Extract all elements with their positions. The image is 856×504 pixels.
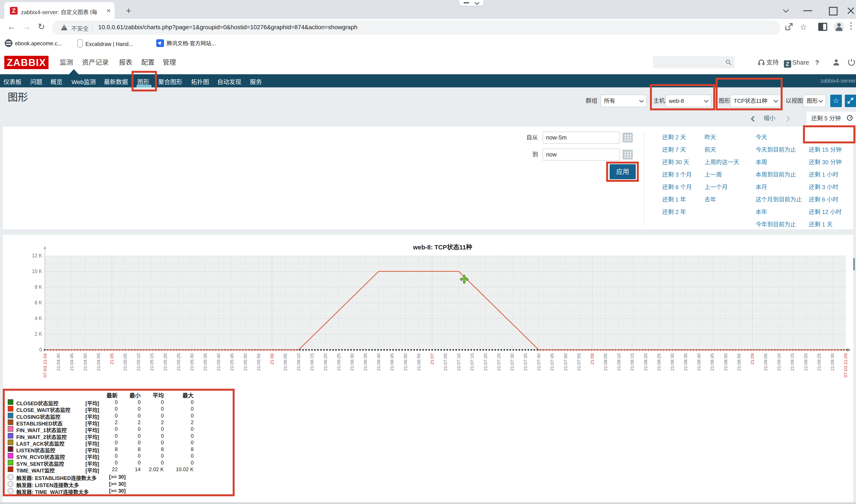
x-tick-label: 21:08:55: [736, 353, 742, 371]
url-field[interactable]: 不安全 10.0.0.61/zabbix/charts.php?page=1&g…: [52, 21, 781, 35]
menu-inventory[interactable]: 资产记录: [82, 58, 109, 67]
preset-link[interactable]: 还剩 30 天: [662, 156, 689, 168]
side-panel-icon[interactable]: [818, 23, 827, 31]
preset-link[interactable]: 昨天: [705, 131, 716, 143]
x-tick-label: 21:07:15: [469, 353, 475, 371]
bookmark-item[interactable]: ebook.apecome.c...: [5, 39, 62, 48]
preset-link[interactable]: 还剩 12 小时: [809, 206, 842, 218]
subnav-overview[interactable]: 概览: [50, 77, 63, 86]
tencent-docs-icon: [156, 39, 164, 47]
menu-administration[interactable]: 管理: [163, 58, 176, 67]
window-maximize-button[interactable]: [829, 7, 838, 16]
bookmark-item[interactable]: 腾讯文档-官方网站...: [156, 39, 216, 48]
fullscreen-button[interactable]: [845, 95, 856, 107]
preset-link[interactable]: 还剩 6 个月: [662, 181, 692, 193]
time-back-arrow[interactable]: [751, 116, 756, 122]
time-range-button[interactable]: 还剩 5 分钟: [806, 112, 856, 125]
x-tick-label: 21:04:40: [56, 353, 61, 371]
bookmark-star-icon[interactable]: ☆: [800, 22, 807, 32]
menu-configuration[interactable]: 配置: [141, 58, 155, 67]
preset-link[interactable]: 今天: [755, 131, 767, 143]
preset-link[interactable]: 还剩 7 天: [662, 144, 686, 156]
subnav-problems[interactable]: 问题: [30, 77, 42, 86]
preset-link[interactable]: 还剩 6 小时: [809, 194, 838, 205]
preset-link[interactable]: 本周到目前为止: [755, 169, 796, 181]
profile-avatar[interactable]: [834, 21, 844, 32]
from-input[interactable]: now-5m: [542, 131, 620, 144]
preset-link[interactable]: 上一周: [705, 169, 722, 181]
zoom-out-button[interactable]: 缩小: [764, 112, 775, 125]
preset-link[interactable]: 前天: [705, 144, 716, 156]
subnav-discovery[interactable]: 自动发现: [217, 77, 241, 86]
from-calendar-button[interactable]: [622, 133, 633, 143]
preset-link[interactable]: 今年到目前为止: [755, 218, 796, 231]
window-minimize-button[interactable]: [803, 10, 812, 11]
x-tick-label: 21:04:55: [96, 353, 101, 371]
subnav-latest-data[interactable]: 最新数据: [104, 77, 128, 86]
subnav-dashboard[interactable]: 仪表板: [3, 77, 21, 86]
back-button[interactable]: ←: [7, 21, 16, 32]
pin-icon: [77, 39, 83, 48]
subnav-maps[interactable]: 拓扑图: [191, 77, 209, 86]
to-input[interactable]: now: [542, 148, 620, 161]
menu-reports[interactable]: 报表: [119, 58, 132, 67]
x-tick-label: 21:08:05: [603, 353, 608, 371]
x-tick-label: 21:05:55: [256, 353, 262, 371]
active-menu-pointer: [69, 69, 78, 74]
x-tick-label: 21:09:25: [816, 353, 822, 371]
subnav-services[interactable]: 服务: [250, 77, 262, 86]
page-title: 图形: [8, 89, 28, 104]
chart-series-svg: [45, 256, 846, 350]
to-calendar-button[interactable]: [622, 150, 633, 160]
preset-link[interactable]: 去年: [705, 194, 716, 205]
subnav-screens[interactable]: 聚合图形: [158, 77, 182, 86]
zabbix-logo[interactable]: ZABBIX: [4, 56, 49, 69]
new-tab-button[interactable]: +: [124, 6, 133, 16]
support-link[interactable]: 支持: [758, 58, 779, 67]
x-tick-label: 21:06:20: [323, 353, 328, 371]
view-as-label: 以视图: [786, 95, 803, 107]
preset-link[interactable]: 还剩 1 年: [662, 194, 686, 205]
window-close-button[interactable]: [846, 6, 855, 15]
share-icon[interactable]: [784, 22, 793, 32]
time-forward-arrow[interactable]: [784, 116, 790, 122]
preset-link[interactable]: 还剩 3 个月: [662, 169, 692, 181]
from-label: 自从: [526, 131, 538, 144]
menu-monitoring[interactable]: 监测: [60, 58, 73, 67]
preset-link[interactable]: 今天到目前为止: [755, 144, 796, 156]
y-axis-arrow: [43, 246, 46, 249]
clock-icon: [847, 115, 853, 121]
bookmark-item[interactable]: Excalidraw | Hand...: [77, 39, 133, 48]
forward-button[interactable]: →: [22, 21, 31, 32]
x-tick-label: 21:06:10: [296, 353, 301, 371]
search-input[interactable]: [653, 56, 734, 68]
preset-link[interactable]: 还剩 3 小时: [809, 181, 838, 193]
preset-link[interactable]: 上周的这一天: [705, 156, 739, 168]
x-tick-label: 21:08:30: [670, 353, 675, 371]
subnav-web[interactable]: Web监测: [71, 77, 96, 86]
help-link[interactable]: ?: [815, 58, 819, 67]
preset-link[interactable]: 还剩 2 年: [662, 206, 686, 218]
profile-icon[interactable]: [832, 58, 841, 67]
view-as-select[interactable]: 图形: [803, 95, 826, 107]
preset-link[interactable]: 还剩 1 小时: [809, 169, 838, 181]
preset-link[interactable]: 还剩 2 天: [662, 131, 686, 143]
preset-link[interactable]: 这个月到目前为止: [755, 194, 802, 205]
preset-link[interactable]: 还剩 15 分钟: [809, 144, 842, 156]
favourite-star-button[interactable]: ☆: [830, 95, 842, 107]
preset-link[interactable]: 上一个月: [705, 181, 728, 193]
browser-menu-icon[interactable]: [851, 22, 852, 31]
preset-link[interactable]: 本月: [755, 181, 767, 193]
zabbix-header: ZABBIX 监测 资产记录 报表 配置 管理 支持 ZShare ?: [0, 50, 856, 74]
browser-top-pill[interactable]: [459, 0, 483, 6]
share-link[interactable]: ZShare: [784, 58, 809, 68]
logout-icon[interactable]: [848, 58, 856, 66]
preset-link[interactable]: 还剩 1 天: [809, 218, 833, 231]
tab-close-icon[interactable]: ×: [106, 7, 111, 14]
preset-link[interactable]: 本周: [755, 156, 767, 168]
browser-tab[interactable]: Z zabbix4-server: 自定义图表 [每 ×: [4, 2, 114, 19]
preset-link[interactable]: 本年: [755, 206, 767, 218]
preset-link[interactable]: 还剩 30 分钟: [809, 156, 842, 168]
reload-button[interactable]: ↻: [38, 21, 45, 32]
group-filter-select[interactable]: 所有: [601, 95, 646, 107]
